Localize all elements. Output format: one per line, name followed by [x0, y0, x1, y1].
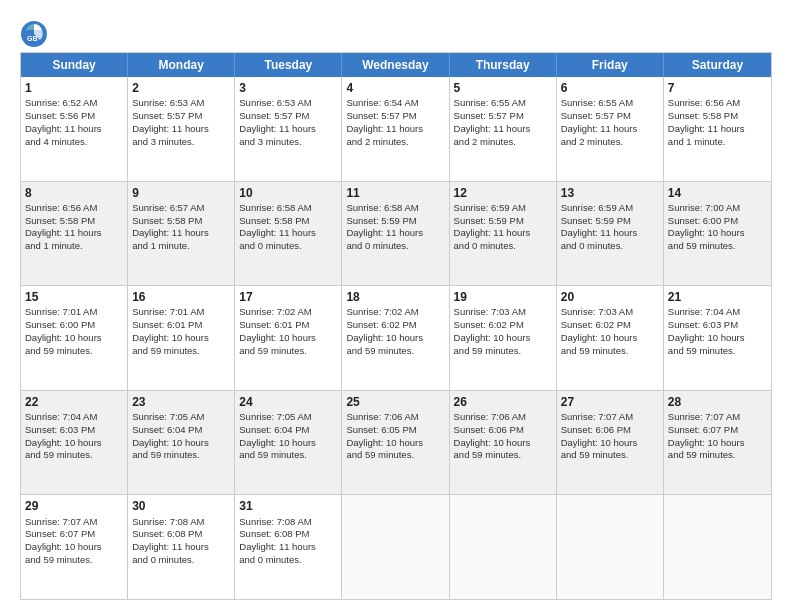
day-info-line: Sunrise: 7:07 AM [561, 411, 659, 424]
calendar-body: 1Sunrise: 6:52 AMSunset: 5:56 PMDaylight… [21, 77, 771, 599]
day-number: 6 [561, 80, 659, 96]
header-day-tuesday: Tuesday [235, 53, 342, 77]
day-number: 24 [239, 394, 337, 410]
day-info-line: and 59 minutes. [25, 554, 123, 567]
day-number: 16 [132, 289, 230, 305]
day-info-line: Sunrise: 7:07 AM [668, 411, 767, 424]
calendar-cell: 31Sunrise: 7:08 AMSunset: 6:08 PMDayligh… [235, 495, 342, 599]
day-info-line: Sunset: 5:57 PM [239, 110, 337, 123]
calendar-cell: 11Sunrise: 6:58 AMSunset: 5:59 PMDayligh… [342, 182, 449, 286]
header-day-wednesday: Wednesday [342, 53, 449, 77]
day-info-line: and 0 minutes. [561, 240, 659, 253]
day-number: 14 [668, 185, 767, 201]
day-info-line: Sunset: 6:07 PM [25, 528, 123, 541]
day-info-line: Sunrise: 7:02 AM [239, 306, 337, 319]
day-info-line: Daylight: 11 hours [239, 123, 337, 136]
day-info-line: Daylight: 10 hours [25, 437, 123, 450]
day-info-line: Daylight: 10 hours [561, 332, 659, 345]
day-info-line: Sunrise: 6:56 AM [668, 97, 767, 110]
calendar-cell: 19Sunrise: 7:03 AMSunset: 6:02 PMDayligh… [450, 286, 557, 390]
calendar-cell: 8Sunrise: 6:56 AMSunset: 5:58 PMDaylight… [21, 182, 128, 286]
day-info-line: and 0 minutes. [239, 240, 337, 253]
day-info-line: Sunrise: 7:07 AM [25, 516, 123, 529]
day-number: 26 [454, 394, 552, 410]
calendar-cell: 4Sunrise: 6:54 AMSunset: 5:57 PMDaylight… [342, 77, 449, 181]
calendar-week-2: 8Sunrise: 6:56 AMSunset: 5:58 PMDaylight… [21, 182, 771, 287]
day-info-line: and 59 minutes. [132, 449, 230, 462]
day-info-line: Sunrise: 6:53 AM [239, 97, 337, 110]
day-number: 10 [239, 185, 337, 201]
day-info-line: Sunset: 5:59 PM [454, 215, 552, 228]
day-info-line: Sunset: 5:58 PM [239, 215, 337, 228]
calendar-week-5: 29Sunrise: 7:07 AMSunset: 6:07 PMDayligh… [21, 495, 771, 599]
day-info-line: Sunrise: 7:03 AM [454, 306, 552, 319]
day-info-line: and 3 minutes. [132, 136, 230, 149]
calendar-page: GB SundayMondayTuesdayWednesdayThursdayF… [0, 0, 792, 612]
day-info-line: Daylight: 10 hours [132, 332, 230, 345]
day-number: 30 [132, 498, 230, 514]
calendar-cell: 16Sunrise: 7:01 AMSunset: 6:01 PMDayligh… [128, 286, 235, 390]
day-info-line: Sunset: 6:07 PM [668, 424, 767, 437]
day-info-line: Sunset: 5:59 PM [561, 215, 659, 228]
calendar-cell: 23Sunrise: 7:05 AMSunset: 6:04 PMDayligh… [128, 391, 235, 495]
day-info-line: and 59 minutes. [25, 345, 123, 358]
day-info-line: Sunset: 5:59 PM [346, 215, 444, 228]
day-info-line: Sunrise: 7:04 AM [25, 411, 123, 424]
day-info-line: and 59 minutes. [25, 449, 123, 462]
day-number: 2 [132, 80, 230, 96]
header-day-thursday: Thursday [450, 53, 557, 77]
calendar-cell: 2Sunrise: 6:53 AMSunset: 5:57 PMDaylight… [128, 77, 235, 181]
day-info-line: and 1 minute. [25, 240, 123, 253]
day-info-line: Daylight: 10 hours [25, 332, 123, 345]
day-info-line: Sunrise: 6:59 AM [561, 202, 659, 215]
calendar-week-1: 1Sunrise: 6:52 AMSunset: 5:56 PMDaylight… [21, 77, 771, 182]
day-info-line: Sunset: 6:00 PM [668, 215, 767, 228]
day-info-line: and 1 minute. [668, 136, 767, 149]
header-day-sunday: Sunday [21, 53, 128, 77]
day-info-line: Daylight: 11 hours [454, 123, 552, 136]
day-info-line: Sunset: 5:58 PM [132, 215, 230, 228]
day-number: 3 [239, 80, 337, 96]
day-number: 1 [25, 80, 123, 96]
day-info-line: and 59 minutes. [561, 345, 659, 358]
day-info-line: Sunset: 6:03 PM [668, 319, 767, 332]
day-info-line: Sunset: 6:06 PM [561, 424, 659, 437]
day-info-line: and 2 minutes. [346, 136, 444, 149]
calendar-cell: 12Sunrise: 6:59 AMSunset: 5:59 PMDayligh… [450, 182, 557, 286]
calendar-cell: 9Sunrise: 6:57 AMSunset: 5:58 PMDaylight… [128, 182, 235, 286]
calendar-cell: 24Sunrise: 7:05 AMSunset: 6:04 PMDayligh… [235, 391, 342, 495]
calendar-cell: 14Sunrise: 7:00 AMSunset: 6:00 PMDayligh… [664, 182, 771, 286]
day-info-line: Daylight: 11 hours [454, 227, 552, 240]
day-info-line: Daylight: 11 hours [25, 123, 123, 136]
day-info-line: Sunset: 6:04 PM [132, 424, 230, 437]
day-info-line: Sunrise: 6:56 AM [25, 202, 123, 215]
day-number: 5 [454, 80, 552, 96]
day-info-line: and 59 minutes. [132, 345, 230, 358]
day-info-line: Sunset: 6:03 PM [25, 424, 123, 437]
day-info-line: Sunrise: 6:57 AM [132, 202, 230, 215]
day-number: 8 [25, 185, 123, 201]
day-number: 4 [346, 80, 444, 96]
day-info-line: Sunset: 6:01 PM [239, 319, 337, 332]
day-info-line: Daylight: 10 hours [25, 541, 123, 554]
calendar-cell: 22Sunrise: 7:04 AMSunset: 6:03 PMDayligh… [21, 391, 128, 495]
day-number: 19 [454, 289, 552, 305]
day-number: 18 [346, 289, 444, 305]
day-info-line: and 59 minutes. [239, 449, 337, 462]
calendar-cell [664, 495, 771, 599]
day-info-line: Sunrise: 6:58 AM [346, 202, 444, 215]
day-info-line: Sunset: 5:57 PM [132, 110, 230, 123]
day-number: 11 [346, 185, 444, 201]
day-info-line: and 2 minutes. [454, 136, 552, 149]
day-info-line: Sunrise: 6:53 AM [132, 97, 230, 110]
day-number: 28 [668, 394, 767, 410]
day-info-line: Daylight: 11 hours [561, 227, 659, 240]
day-info-line: Daylight: 10 hours [668, 332, 767, 345]
calendar-cell: 29Sunrise: 7:07 AMSunset: 6:07 PMDayligh… [21, 495, 128, 599]
day-info-line: and 59 minutes. [346, 345, 444, 358]
day-info-line: Sunset: 6:02 PM [454, 319, 552, 332]
day-info-line: Daylight: 10 hours [239, 332, 337, 345]
calendar-cell: 5Sunrise: 6:55 AMSunset: 5:57 PMDaylight… [450, 77, 557, 181]
page-header: GB [20, 16, 772, 48]
calendar: SundayMondayTuesdayWednesdayThursdayFrid… [20, 52, 772, 600]
